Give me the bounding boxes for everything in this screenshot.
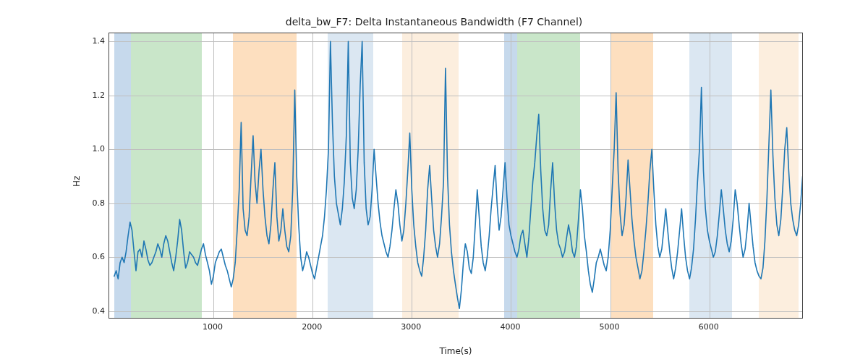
x-tick-label: 5000: [600, 322, 620, 332]
y-tick-label: 1.4: [83, 36, 105, 46]
plot-area: [109, 33, 803, 319]
y-tick-label: 0.4: [83, 306, 105, 315]
line-path: [114, 41, 803, 308]
chart-title: delta_bw_F7: Delta Instantaneous Bandwid…: [0, 16, 868, 28]
x-tick-label: 4000: [500, 322, 520, 332]
line-series: [109, 33, 802, 318]
x-axis-label: Time(s): [109, 346, 803, 356]
x-tick-label: 1000: [203, 322, 223, 332]
y-tick-label: 1.0: [83, 144, 105, 153]
x-tick-label: 2000: [302, 322, 322, 332]
chart-container: delta_bw_F7: Delta Instantaneous Bandwid…: [0, 0, 868, 362]
y-tick-label: 1.2: [83, 90, 105, 99]
y-tick-label: 0.6: [83, 252, 105, 261]
x-tick-label: 3000: [401, 322, 421, 332]
y-tick-label: 0.8: [83, 198, 105, 207]
y-axis-label: Hz: [69, 0, 84, 362]
x-tick-label: 6000: [699, 322, 719, 332]
